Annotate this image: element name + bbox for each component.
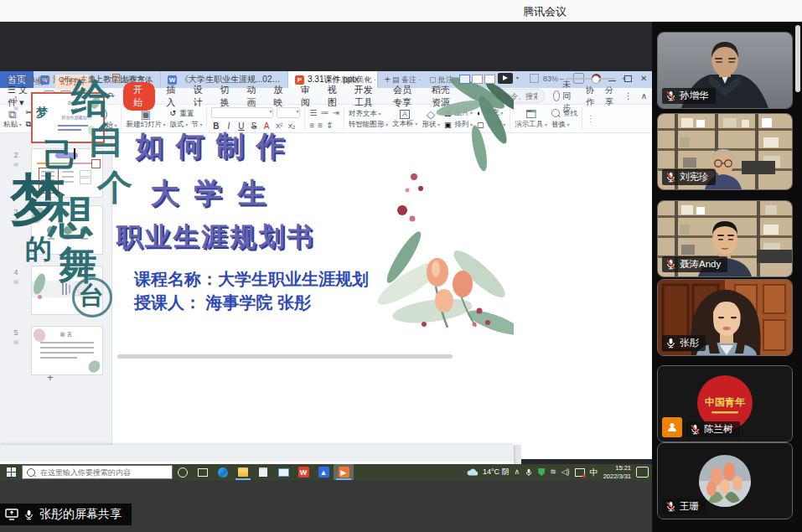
wps-app-icon[interactable]: W xyxy=(293,464,313,480)
profile-badge-icon xyxy=(662,417,682,437)
security-shield-icon[interactable] xyxy=(538,468,545,476)
bullet-list-icon[interactable]: ☰ xyxy=(309,108,317,117)
add-slide-button[interactable]: + xyxy=(47,371,54,384)
participant-tile[interactable]: 中国青年 陈兰树 xyxy=(657,365,793,442)
edge-icon[interactable] xyxy=(213,464,233,480)
participant-tile[interactable]: 刘宪珍 xyxy=(657,113,793,190)
slide-number: 2 xyxy=(10,151,22,159)
slide-indicator-icon: ▤ xyxy=(10,105,22,111)
taskbar-clock[interactable]: 15:21 2022/3/31 xyxy=(603,464,631,480)
tray-expand-icon[interactable]: ∧ xyxy=(515,468,520,476)
present-tools-button[interactable]: 🗔演示工具 xyxy=(515,109,547,128)
participant-tile[interactable]: 王珊 xyxy=(657,442,793,519)
more-menu-icon[interactable]: ⋮ xyxy=(624,91,633,101)
start-button[interactable] xyxy=(0,464,22,480)
ribbon-tab-review[interactable]: 审阅 xyxy=(293,84,320,109)
zoom-level[interactable]: 83% xyxy=(543,75,558,83)
new-slide-button[interactable]: ▣新建幻灯片 xyxy=(126,109,165,128)
slide-number: 4 xyxy=(10,268,22,276)
meeting-app-icon[interactable]: ▲ xyxy=(313,464,334,480)
task-view-button[interactable] xyxy=(193,464,213,480)
weather-cloud-icon xyxy=(467,468,478,476)
participant-tile[interactable]: 孙增华 xyxy=(657,32,793,109)
align-center-icon[interactable]: ≡ xyxy=(318,121,323,130)
share-button[interactable]: 分享 xyxy=(605,85,616,108)
notes-toggle-button[interactable]: ▤ 备注 · xyxy=(392,75,422,85)
participant-tile[interactable]: 聂涛Andy xyxy=(657,200,793,277)
participant-name: 张彤 xyxy=(680,337,699,349)
missing-font-icon: T xyxy=(112,74,120,83)
weather-text[interactable]: 14°C 阴 xyxy=(483,467,510,478)
slide-number: 5 xyxy=(10,328,22,337)
zoom-slider[interactable] xyxy=(567,78,615,80)
ribbon-tab-slideshow[interactable]: 放映 xyxy=(266,84,293,109)
participant-name: 刘宪珍 xyxy=(680,171,709,183)
cortana-button[interactable] xyxy=(173,464,193,480)
reading-view-button[interactable] xyxy=(484,75,495,84)
wpp-app-icon[interactable]: ▶ xyxy=(334,464,354,480)
ribbon-tab-insert[interactable]: 插入 xyxy=(158,84,185,109)
participant-name: 聂涛Andy xyxy=(680,258,721,271)
layout-button[interactable]: 版式 xyxy=(170,121,189,128)
taskbar-search-input[interactable] xyxy=(39,467,168,478)
zoom-out-button[interactable]: – xyxy=(560,75,564,83)
projector-icon[interactable] xyxy=(575,468,585,477)
indent-icon[interactable]: ⇥ xyxy=(332,108,339,117)
ribbon-tab-design[interactable]: 设计 xyxy=(185,84,212,109)
network-icon[interactable]: ≋ xyxy=(550,468,556,476)
replace-button[interactable]: 替换 xyxy=(551,121,577,128)
action-center-icon[interactable] xyxy=(636,467,649,478)
volume-icon[interactable]: ◁) xyxy=(561,468,570,476)
slide-thumbnail-5[interactable]: 前言 xyxy=(31,326,103,375)
tray-mic-icon[interactable] xyxy=(525,468,533,477)
number-list-icon[interactable]: ≔ xyxy=(320,108,329,117)
font-size-select[interactable] xyxy=(277,107,300,118)
muted-mic-icon xyxy=(665,90,676,101)
section-button[interactable]: 节 xyxy=(191,121,202,128)
reset-button[interactable]: ↺重置 xyxy=(170,109,203,117)
align-left-icon[interactable]: ≡ xyxy=(309,121,314,130)
play-dropdown-icon[interactable]: ▾ xyxy=(516,75,519,80)
store-icon[interactable] xyxy=(253,464,273,480)
slide-indicator-icon: ▤ xyxy=(10,278,22,284)
mail-icon[interactable] xyxy=(273,464,293,480)
mic-icon xyxy=(23,509,34,520)
close-button[interactable]: ✕ xyxy=(640,75,649,83)
participant-tile[interactable]: 张彤 xyxy=(657,279,793,356)
horizontal-scrollbar[interactable] xyxy=(117,354,453,359)
ribbon-tab-animation[interactable]: 动画 xyxy=(240,84,266,109)
font-name-select[interactable] xyxy=(211,107,273,118)
missing-font-warning[interactable]: 缺失字体 xyxy=(122,75,153,85)
participant-name: 王珊 xyxy=(680,500,699,513)
sorter-view-button[interactable] xyxy=(472,75,483,84)
theme-name[interactable]: Office 主题 xyxy=(59,75,96,85)
zoom-knob[interactable] xyxy=(592,75,600,84)
meeting-titlebar: 腾讯会议 xyxy=(0,0,802,22)
fit-zoom-icon[interactable] xyxy=(530,74,539,83)
line-spacing-icon[interactable]: ⇕ xyxy=(326,121,333,130)
find-button[interactable]: 查找 xyxy=(551,109,577,117)
ime-indicator[interactable]: 中 xyxy=(590,467,598,478)
slideshow-play-button[interactable] xyxy=(498,73,513,84)
ribbon-tab-start[interactable]: 开始 xyxy=(123,82,155,111)
ribbon-overflow-icon[interactable]: ⋮ xyxy=(587,114,595,123)
meeting-title: 腾讯会议 xyxy=(523,4,567,19)
normal-view-button[interactable] xyxy=(459,75,470,84)
search-icon xyxy=(551,109,560,117)
ribbon-tab-view[interactable]: 视图 xyxy=(320,84,347,109)
screen-share-banner: 张彤的屏幕共享 xyxy=(0,504,132,525)
wps-window: 首页 W 海事学院线上教学比赛方案(1) W 《大学生职业生涯规...021.5… xyxy=(0,71,652,459)
comments-button[interactable]: ▢ 批注 xyxy=(429,75,453,85)
name-chip: 张彤 xyxy=(662,335,706,351)
sidebar-scrollbar[interactable] xyxy=(795,25,800,92)
collapse-ribbon-icon[interactable]: ∧ xyxy=(641,91,647,101)
paste-button[interactable]: ⧉粘贴 xyxy=(3,109,22,128)
share-label: 张彤的屏幕共享 xyxy=(39,507,122,522)
zoom-in-button[interactable]: + xyxy=(622,75,626,83)
taskbar-search-box[interactable] xyxy=(22,465,173,479)
collab-button[interactable]: 协作 xyxy=(586,85,597,108)
file-explorer-icon[interactable] xyxy=(233,464,253,480)
ribbon-tab-transition[interactable]: 切换 xyxy=(212,84,239,109)
ai-beautify-button[interactable]: ◇ 智能美化 · xyxy=(334,75,376,85)
slide-indicator-icon: ▤ xyxy=(10,161,22,167)
